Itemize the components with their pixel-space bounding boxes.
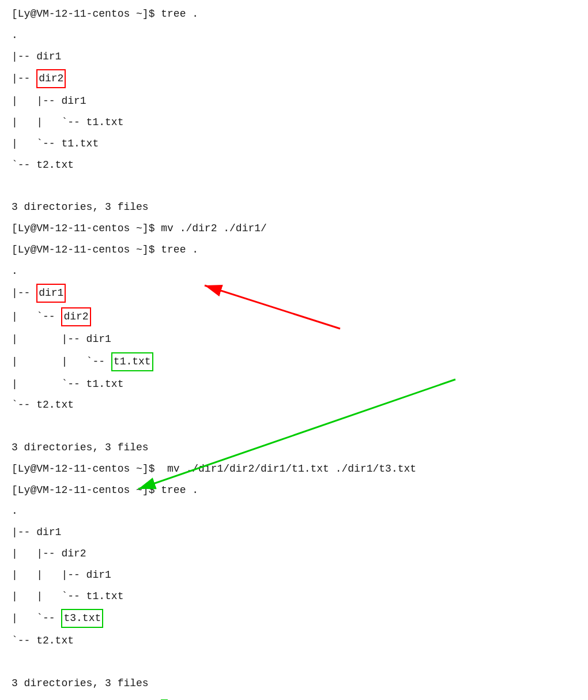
section1: [Ly@VM-12-11-centos ~]$ tree . . |-- dir…	[12, 6, 576, 216]
cmd2: [Ly@VM-12-11-centos ~]$ mv ./dir2 ./dir1…	[12, 223, 267, 234]
command1-text: [Ly@VM-12-11-centos ~]$ tree .	[12, 8, 198, 20]
tree2-line1: |-- dir1	[12, 284, 576, 303]
cmd4: [Ly@VM-12-11-centos ~]$ mv ./dir1/dir2/d…	[12, 463, 416, 475]
tree3-line4: | | `-- t1.txt	[12, 588, 576, 605]
highlight-dir2-red2: dir2	[61, 307, 91, 326]
section-cmd3: [Ly@VM-12-11-centos ~]$ mv ./dir1/dir2/d…	[12, 461, 576, 477]
summary2: 3 directories, 3 files	[12, 442, 149, 453]
tree1-summary-text: 3 directories, 3 files	[12, 199, 576, 216]
command5-text: [Ly@VM-12-11-centos ~]$ tree .	[12, 482, 576, 499]
tree2-line3: | |-- dir1	[12, 331, 576, 348]
tree2-summary: 3 directories, 3 files	[12, 439, 576, 456]
command4-text: [Ly@VM-12-11-centos ~]$ mv ./dir1/dir2/d…	[12, 461, 576, 477]
tree3-dot: .	[12, 503, 576, 520]
terminal-content: [Ly@VM-12-11-centos ~]$ tree . . |-- dir…	[12, 6, 576, 700]
tree2-line6: `-- t2.txt	[12, 397, 576, 413]
tree3-blank	[12, 654, 576, 671]
tree1-line6: `-- t2.txt	[12, 157, 576, 174]
summary3: 3 directories, 3 files	[12, 678, 149, 689]
cmd5: [Ly@VM-12-11-centos ~]$ tree .	[12, 484, 198, 496]
command3-text: [Ly@VM-12-11-centos ~]$ tree .	[12, 242, 576, 258]
tree2-line4: | | `-- t1.txt	[12, 352, 576, 371]
section-cmd2: [Ly@VM-12-11-centos ~]$ mv ./dir2 ./dir1…	[12, 220, 576, 237]
tree3-summary: 3 directories, 3 files	[12, 675, 576, 692]
tree1-line5: | `-- t1.txt	[12, 136, 576, 152]
tree1-line1: |-- dir1	[12, 48, 576, 65]
tree1-line4: | | `-- t1.txt	[12, 114, 576, 131]
tree1-line2: |-- dir2	[12, 69, 576, 88]
tree2-line2: | `-- dir2	[12, 307, 576, 326]
tree3-line1: |-- dir1	[12, 524, 576, 541]
highlight-t1txt-green: t1.txt	[111, 352, 153, 371]
dot3: .	[12, 505, 18, 517]
highlight-dir2-red: dir2	[36, 69, 66, 88]
dot2: .	[12, 265, 18, 277]
tree2-line5: | `-- t1.txt	[12, 376, 576, 393]
tree2-blank	[12, 418, 576, 435]
tree2-dot: .	[12, 263, 576, 280]
tree3-line6: `-- t2.txt	[12, 633, 576, 649]
tree3-line5: | `-- t3.txt	[12, 609, 576, 628]
highlight-t3txt-green: t3.txt	[61, 609, 103, 628]
tree3-line2: | |-- dir2	[12, 545, 576, 562]
section3: [Ly@VM-12-11-centos ~]$ tree . . |-- dir…	[12, 482, 576, 700]
summary1: 3 directories, 3 files	[12, 201, 149, 213]
tree1-summary	[12, 178, 576, 194]
highlight-dir1-red: dir1	[36, 284, 66, 303]
dot1: .	[12, 29, 18, 41]
tree3-line3: | | |-- dir1	[12, 567, 576, 584]
section2: [Ly@VM-12-11-centos ~]$ tree . . |-- dir…	[12, 242, 576, 456]
tree1-dot: .	[12, 27, 576, 44]
cmd3: [Ly@VM-12-11-centos ~]$ tree .	[12, 244, 198, 255]
command1: [Ly@VM-12-11-centos ~]$ tree .	[12, 6, 576, 22]
tree1-line3: | |-- dir1	[12, 93, 576, 110]
command2-text: [Ly@VM-12-11-centos ~]$ mv ./dir2 ./dir1…	[12, 220, 576, 237]
last-line: [Ly@VM-12-11-centos ~]$	[12, 697, 576, 701]
